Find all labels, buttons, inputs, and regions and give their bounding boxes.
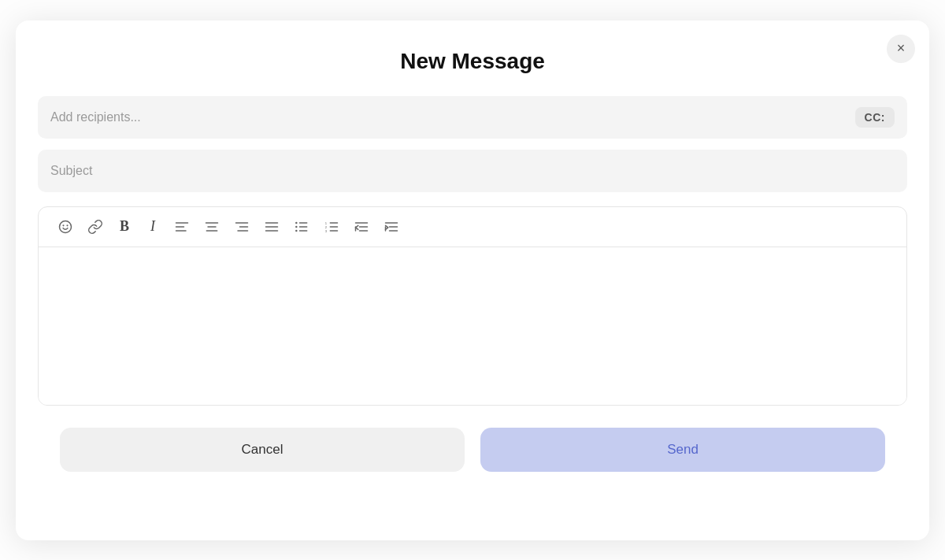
indent-icon: [384, 219, 399, 235]
close-icon: ×: [897, 40, 906, 57]
message-editor[interactable]: [39, 247, 906, 405]
svg-point-19: [295, 225, 298, 228]
italic-icon: I: [150, 218, 155, 235]
cancel-label: Cancel: [242, 442, 284, 457]
emoji-button[interactable]: [53, 215, 78, 239]
unordered-list-button[interactable]: [289, 215, 314, 239]
send-button[interactable]: Send: [480, 428, 885, 472]
subject-input[interactable]: [50, 164, 895, 178]
svg-point-20: [295, 229, 298, 232]
bold-button[interactable]: B: [113, 215, 136, 239]
justify-button[interactable]: [259, 215, 284, 239]
modal-body: CC:: [16, 96, 929, 472]
close-button[interactable]: ×: [887, 35, 915, 63]
footer-buttons: Cancel Send: [38, 428, 907, 472]
italic-button[interactable]: I: [141, 215, 165, 239]
outdent-button[interactable]: [349, 215, 374, 239]
send-label: Send: [667, 442, 699, 457]
toolbar: B I: [39, 207, 906, 247]
link-button[interactable]: [83, 215, 108, 239]
cc-button[interactable]: CC:: [855, 107, 895, 128]
svg-point-18: [295, 221, 298, 224]
modal-title: New Message: [16, 20, 929, 96]
cancel-button[interactable]: Cancel: [60, 428, 465, 472]
subject-row: [38, 150, 907, 192]
ordered-list-button[interactable]: 1 2 3: [319, 215, 344, 239]
svg-point-0: [60, 221, 72, 232]
compose-modal: × New Message CC:: [16, 20, 929, 540]
justify-icon: [264, 219, 280, 235]
recipients-input[interactable]: [50, 110, 855, 124]
emoji-icon: [57, 219, 73, 235]
align-left-icon: [174, 219, 190, 235]
align-left-button[interactable]: [169, 215, 195, 239]
align-right-icon: [234, 219, 250, 235]
unordered-list-icon: [294, 219, 309, 235]
ordered-list-icon: 1 2 3: [324, 219, 339, 235]
align-right-button[interactable]: [229, 215, 254, 239]
recipients-row: CC:: [38, 96, 907, 139]
cc-label: CC:: [865, 111, 885, 124]
link-icon: [87, 219, 103, 235]
modal-overlay: × New Message CC:: [0, 0, 945, 560]
svg-text:3: 3: [325, 228, 328, 232]
outdent-icon: [354, 219, 369, 235]
align-center-icon: [204, 219, 220, 235]
indent-button[interactable]: [379, 215, 404, 239]
align-center-button[interactable]: [199, 215, 224, 239]
editor-container: B I: [38, 206, 907, 406]
bold-icon: B: [120, 218, 129, 235]
